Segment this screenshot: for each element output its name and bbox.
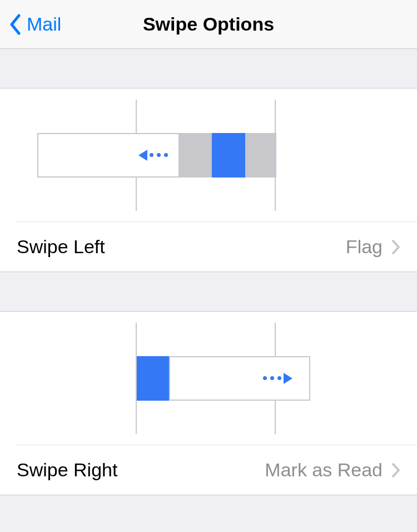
action-preview-archive bbox=[245, 133, 276, 178]
swipe-right-arrow-icon bbox=[263, 373, 292, 384]
chevron-left-icon bbox=[9, 13, 22, 36]
swipe-left-group: Swipe Left Flag bbox=[0, 88, 417, 272]
swipe-left-label: Swipe Left bbox=[17, 236, 346, 258]
section-gap bbox=[0, 272, 417, 311]
swipe-left-arrow-icon bbox=[138, 150, 168, 161]
chevron-right-icon bbox=[391, 462, 400, 478]
action-preview-flag bbox=[212, 133, 245, 178]
action-preview-more bbox=[178, 133, 212, 178]
action-preview-mark-read bbox=[137, 356, 170, 401]
back-label: Mail bbox=[27, 13, 61, 35]
back-button[interactable]: Mail bbox=[9, 13, 61, 36]
swipe-left-row[interactable]: Swipe Left Flag bbox=[0, 222, 417, 272]
swipe-right-label: Swipe Right bbox=[17, 459, 265, 481]
navigation-bar: Mail Swipe Options bbox=[0, 0, 417, 49]
section-gap bbox=[0, 49, 417, 88]
swipe-right-value: Mark as Read bbox=[265, 459, 383, 481]
swipe-left-preview bbox=[17, 88, 417, 222]
page-title: Swipe Options bbox=[143, 13, 274, 35]
swipe-right-row[interactable]: Swipe Right Mark as Read bbox=[0, 445, 417, 495]
mail-card-preview bbox=[37, 133, 180, 178]
swipe-right-group: Swipe Right Mark as Read bbox=[0, 311, 417, 495]
swipe-left-value: Flag bbox=[346, 236, 383, 258]
mail-card-preview bbox=[169, 356, 310, 401]
chevron-right-icon bbox=[391, 239, 400, 255]
swipe-right-preview bbox=[17, 312, 417, 445]
